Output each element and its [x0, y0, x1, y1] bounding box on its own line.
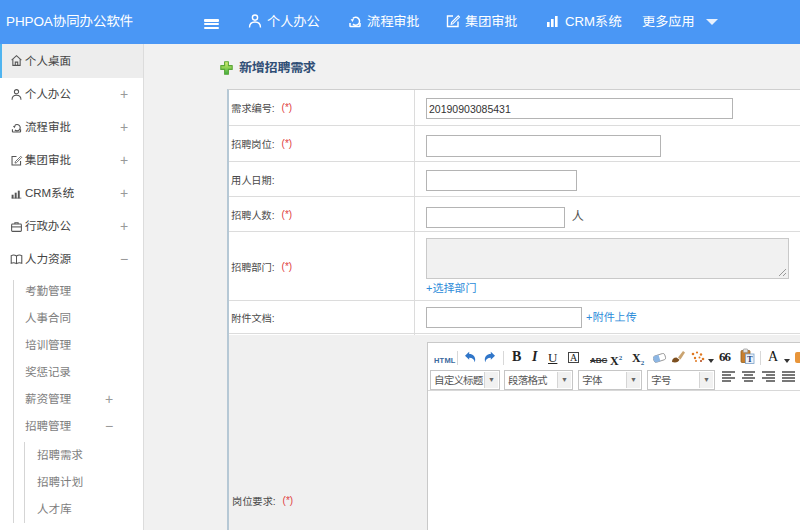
- svg-text:T: T: [747, 354, 753, 364]
